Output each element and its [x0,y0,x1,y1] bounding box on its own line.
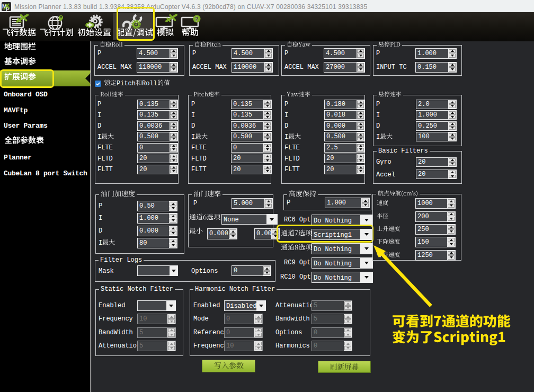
svg-text:?: ? [195,16,199,22]
